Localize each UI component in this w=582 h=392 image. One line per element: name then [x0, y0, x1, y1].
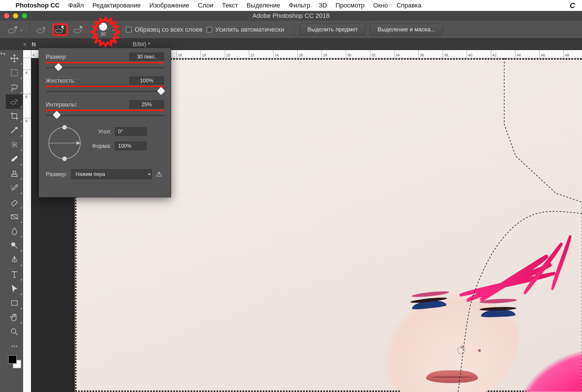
menu-view[interactable]: Просмотр — [336, 2, 364, 9]
gradient-tool[interactable] — [6, 210, 23, 224]
rectangle-tool[interactable] — [6, 296, 23, 310]
pen-tool[interactable] — [6, 253, 23, 267]
menu-window[interactable]: Окно — [373, 2, 388, 9]
spacing-slider[interactable] — [46, 112, 164, 119]
dynamics-label: Размер: — [46, 171, 67, 178]
ruler-tick: 6 — [23, 94, 31, 99]
tab-close-icon[interactable]: × — [23, 41, 27, 48]
crop-tool[interactable] — [6, 109, 23, 123]
ruler-tick: 20 — [225, 50, 230, 58]
mac-menubar: Photoshop CC Файл Редактирование Изображ… — [0, 0, 582, 11]
menu-image[interactable]: Изображение — [149, 2, 189, 9]
roundness-input[interactable] — [115, 142, 147, 150]
svg-point-1 — [37, 29, 44, 33]
brush-settings-popup: Размер: Жесткость: Интервалы: — [39, 48, 171, 197]
hand-tool[interactable] — [6, 310, 23, 325]
photo-subject — [357, 184, 582, 392]
dodge-tool[interactable] — [6, 238, 23, 253]
ruler-tick: 24 — [273, 50, 279, 58]
type-tool[interactable] — [6, 267, 23, 281]
healing-brush-tool[interactable] — [6, 138, 23, 152]
menu-file[interactable]: Файл — [68, 2, 84, 9]
tool-preset-picker[interactable]: ⌄ — [6, 23, 24, 36]
select-and-mask-button[interactable]: Выделение и маска... — [370, 24, 443, 35]
ruler-vertical[interactable]: 468 — [23, 58, 31, 392]
window-close-button[interactable] — [4, 13, 9, 18]
ruler-tick: 28 — [322, 50, 327, 58]
brush-size-chip-label: 30 — [101, 32, 106, 37]
ruler-tick: 4 — [31, 50, 35, 58]
history-brush-tool[interactable] — [6, 181, 23, 195]
hardness-slider[interactable] — [46, 88, 164, 95]
checkbox-icon — [126, 27, 132, 33]
svg-point-13 — [12, 346, 13, 347]
ruler-tick: 40 — [467, 50, 472, 58]
path-selection-tool[interactable] — [6, 281, 23, 296]
ruler-tick: 48 — [564, 50, 569, 58]
roundness-label: Форма: — [92, 143, 112, 149]
svg-point-12 — [11, 329, 16, 333]
brush-tool[interactable] — [6, 152, 23, 166]
foreground-color-swatch[interactable] — [8, 355, 17, 364]
svg-point-14 — [14, 346, 15, 347]
menu-filter[interactable]: Фильтр — [289, 2, 310, 9]
size-label: Размер: — [46, 54, 67, 60]
toolbar-more-icon[interactable] — [6, 339, 23, 353]
brush-preset-picker[interactable]: 30 ⌄ — [96, 22, 115, 37]
app-name[interactable]: Photoshop CC — [16, 2, 60, 9]
document-tab[interactable]: N — [32, 41, 36, 48]
svg-rect-5 — [11, 70, 18, 76]
warning-icon: ⚠ — [156, 170, 162, 178]
clone-stamp-tool[interactable] — [6, 166, 23, 181]
ruler-tick: 42 — [491, 50, 496, 58]
ruler-tick: 16 — [176, 50, 182, 58]
new-selection-icon[interactable] — [35, 23, 48, 36]
menu-edit[interactable]: Редактирование — [92, 2, 141, 9]
subtract-from-selection-icon[interactable] — [72, 23, 85, 36]
menu-select[interactable]: Выделение — [247, 2, 280, 9]
menu-help[interactable]: Справка — [396, 2, 421, 9]
hardness-input[interactable] — [129, 77, 164, 85]
add-to-selection-icon[interactable] — [52, 23, 68, 36]
ruler-tick: 32 — [370, 50, 375, 58]
document-tab-suffix: B/8#) * — [133, 41, 150, 48]
menu-layers[interactable]: Слои — [198, 2, 213, 9]
spacing-input[interactable] — [129, 100, 164, 109]
zoom-tool[interactable] — [6, 325, 23, 339]
svg-point-19 — [62, 125, 67, 130]
svg-rect-7 — [12, 142, 17, 147]
ruler-tick: 36 — [418, 50, 424, 58]
sample-all-layers-label: Образец со всех слоев — [135, 26, 203, 33]
menu-type[interactable]: Текст — [222, 2, 238, 9]
lasso-tool[interactable] — [6, 80, 23, 94]
panel-expand-icon[interactable] — [0, 50, 6, 392]
move-tool[interactable] — [6, 51, 23, 66]
brush-tip-preview — [99, 22, 107, 31]
window-maximize-button[interactable] — [22, 13, 27, 18]
checkbox-icon — [207, 27, 212, 33]
brush-angle-control[interactable] — [46, 124, 83, 162]
quick-selection-tool[interactable] — [6, 94, 23, 109]
ruler-tick: 46 — [539, 50, 545, 58]
color-swatches[interactable] — [6, 355, 23, 368]
menu-3d[interactable]: 3D — [319, 2, 327, 9]
ruler-tick: 8 — [23, 118, 31, 123]
size-input[interactable] — [129, 53, 164, 61]
dynamics-select[interactable]: Нажим пера — [71, 169, 152, 179]
blur-tool[interactable] — [6, 224, 23, 238]
eyedropper-tool[interactable] — [6, 123, 23, 138]
select-subject-button[interactable]: Выделить предмет — [300, 24, 366, 35]
options-bar: ⌄ 30 ⌄ Образец со всех слоев Усилить авт… — [0, 21, 582, 39]
svg-point-3 — [74, 29, 81, 33]
marquee-tool[interactable] — [6, 66, 23, 80]
window-minimize-button[interactable] — [13, 13, 18, 18]
size-slider[interactable] — [46, 64, 164, 71]
ruler-tick: 44 — [515, 50, 521, 58]
auto-enhance-label: Усилить автоматически — [215, 26, 284, 33]
cc-icon[interactable]: C — [570, 1, 575, 10]
ruler-tick: 22 — [249, 50, 254, 58]
angle-input[interactable] — [115, 127, 147, 136]
eraser-tool[interactable] — [6, 195, 23, 210]
auto-enhance-checkbox[interactable]: Усилить автоматически — [207, 26, 284, 33]
sample-all-layers-checkbox[interactable]: Образец со всех слоев — [126, 26, 203, 33]
